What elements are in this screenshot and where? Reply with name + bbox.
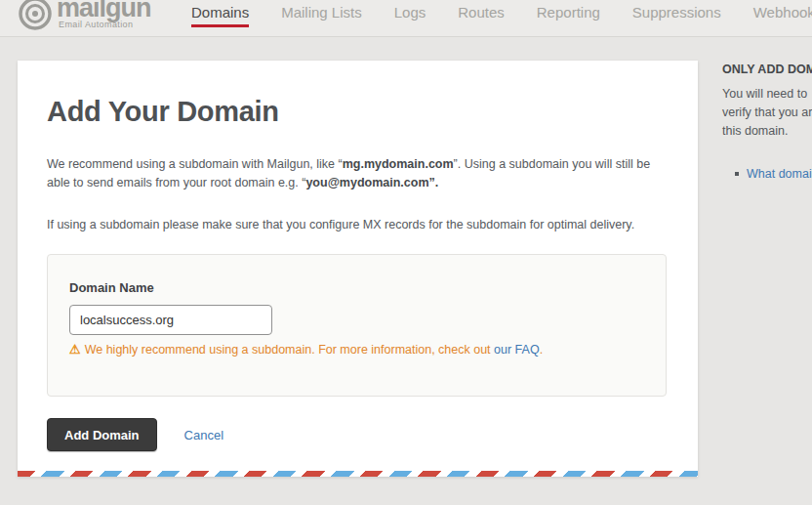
- intro-email-example: you@mydomain.com”.: [305, 176, 438, 189]
- intro-paragraph: We recommend using a subdomain with Mail…: [47, 155, 669, 192]
- nav-menu: Domains Mailing Lists Logs Routes Report…: [191, 0, 812, 27]
- nav-item-label: Domains: [191, 4, 249, 27]
- help-sidebar: ONLY ADD DOMAINS YOU OWN You will need t…: [722, 63, 812, 181]
- domain-name-input[interactable]: [69, 305, 272, 335]
- add-domain-card: Add Your Domain We recommend using a sub…: [18, 61, 698, 477]
- nav-item-domains[interactable]: Domains: [191, 4, 249, 27]
- intro-subdomain-example: mg.mydomain.com: [343, 157, 454, 171]
- nav-item-label: Mailing Lists: [281, 4, 362, 24]
- nav-item-suppressions[interactable]: Suppressions: [632, 4, 721, 27]
- faq-link[interactable]: our FAQ: [494, 343, 540, 357]
- mx-note-paragraph: If using a subdomain please make sure th…: [47, 216, 669, 234]
- sidebar-link-item: What domain name should I use?: [722, 167, 812, 181]
- warning-icon: ⚠: [69, 342, 81, 357]
- form-actions: Add Domain Cancel: [47, 418, 669, 451]
- what-domain-link[interactable]: What domain name should I use?: [747, 167, 812, 181]
- nav-item-reporting[interactable]: Reporting: [537, 4, 600, 27]
- nav-item-webhooks[interactable]: Webhooks: [753, 4, 812, 27]
- sidebar-text-line: this domain.: [722, 122, 812, 141]
- subdomain-warning: ⚠We highly recommend using a subdomain. …: [69, 342, 644, 357]
- page-title: Add Your Domain: [47, 96, 669, 128]
- nav-item-logs[interactable]: Logs: [394, 4, 426, 27]
- nav-item-routes[interactable]: Routes: [458, 4, 505, 27]
- nav-item-label: Logs: [394, 4, 426, 24]
- add-domain-button[interactable]: Add Domain: [47, 418, 157, 451]
- nav-item-label: Webhooks: [753, 4, 812, 24]
- page: mailgun Email Automation Domains Mailing…: [0, 0, 812, 505]
- top-navbar: mailgun Email Automation Domains Mailing…: [0, 0, 812, 37]
- nav-item-label: Routes: [458, 4, 505, 24]
- domain-form: Domain Name ⚠We highly recommend using a…: [47, 254, 667, 397]
- nav-item-label: Reporting: [537, 4, 600, 24]
- warning-period: .: [540, 343, 543, 357]
- nav-item-label: Suppressions: [632, 4, 721, 24]
- sidebar-text-line: You will need to: [722, 85, 812, 104]
- cancel-link[interactable]: Cancel: [184, 428, 223, 442]
- brand-name: mailgun: [57, 0, 151, 21]
- mailgun-logo[interactable]: mailgun Email Automation: [18, 0, 151, 31]
- intro-text: We recommend using a subdomain with Mail…: [47, 157, 343, 171]
- brand-tagline: Email Automation: [59, 20, 151, 29]
- sidebar-heading: ONLY ADD DOMAINS YOU OWN: [722, 63, 812, 76]
- warning-text: We highly recommend using a subdomain. F…: [85, 343, 494, 357]
- list-bullet: [735, 172, 739, 176]
- sidebar-text-line: verify that you are the owner of: [722, 104, 812, 122]
- mailgun-logo-icon: [18, 0, 53, 31]
- airmail-stripe-border: [18, 471, 698, 477]
- nav-item-mailing-lists[interactable]: Mailing Lists: [281, 4, 362, 27]
- domain-name-label: Domain Name: [69, 280, 154, 295]
